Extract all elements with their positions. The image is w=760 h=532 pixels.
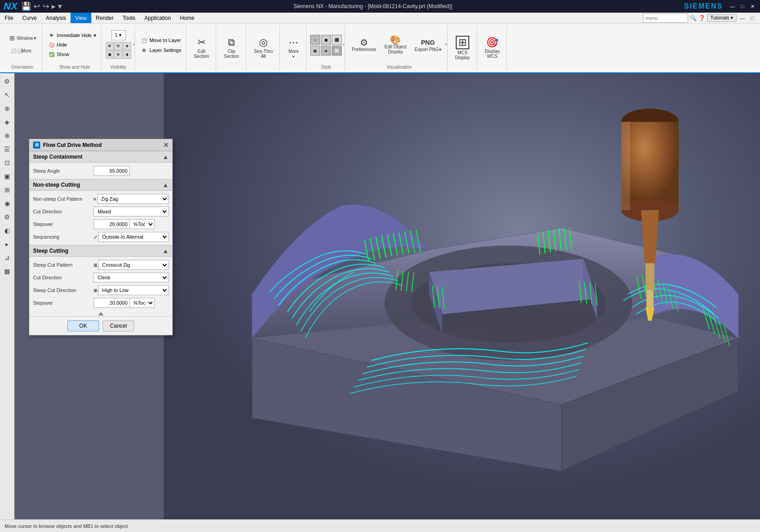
menu-view[interactable]: View <box>71 13 91 23</box>
search-input[interactable] <box>643 14 688 23</box>
dialog-close-button[interactable]: ✕ <box>163 141 169 149</box>
ribbon-group-wcs: 🎯 Display WCS <box>478 25 507 71</box>
immediate-hide-button[interactable]: 👁 Immediate Hide ▾ <box>46 31 98 40</box>
style-6[interactable]: ⬜ <box>332 46 342 56</box>
mcs-label: MCS Display <box>455 50 470 60</box>
minimize-button[interactable]: — <box>728 2 736 10</box>
non-steep-cutting-header[interactable]: Non-steep Cutting ▲ <box>29 179 172 191</box>
steep-cut-dir-select[interactable]: Climb <box>94 273 169 282</box>
seethru-button[interactable]: ◎ See-Thru All <box>251 25 276 71</box>
tutorials-button[interactable]: Tutorials ▾ <box>707 14 736 22</box>
sidebar-filter-icon[interactable]: ◈ <box>1 116 14 128</box>
ribbon-expand[interactable]: □ <box>748 14 756 22</box>
menu-curve[interactable]: Curve <box>18 13 41 23</box>
close-button[interactable]: ✕ <box>748 2 756 10</box>
style-3[interactable]: ⬛ <box>332 35 342 45</box>
sidebar-ops-icon[interactable]: ◉ <box>1 197 14 210</box>
non-steep-stepover-unit[interactable]: %Tool <box>130 219 155 229</box>
sidebar-cursor-icon[interactable]: ↖ <box>1 89 14 101</box>
vis-icon-3[interactable]: ◈ <box>123 42 131 50</box>
steep-stepover-label: Stepover <box>33 300 92 306</box>
dialog-title-bar[interactable]: ⚙ Flow Cut Drive Method ✕ <box>29 139 172 151</box>
svg-rect-55 <box>646 263 655 290</box>
menu-render[interactable]: Render <box>91 13 118 23</box>
style-5[interactable]: ◈ <box>321 46 331 56</box>
sidebar-settings2-icon[interactable]: ⚙ <box>1 211 14 223</box>
sidebar-snap-icon[interactable]: ⊗ <box>1 129 14 142</box>
menu-tools[interactable]: Tools <box>118 13 140 23</box>
steep-cut-pattern-row: Steep Cut Pattern ⊞ Crosscut Zig <box>29 259 172 271</box>
steep-containment-body: Steep Angle <box>29 163 172 179</box>
left-sidebar: ⚙ ↖ ⊕ ◈ ⊗ ☰ ⊡ ▣ ⊞ ◉ ⚙ ◐ ▸ ⊿ ▦ <box>0 73 14 519</box>
sequencing-select[interactable]: Outside-In Alternat <box>98 232 169 242</box>
style-2[interactable]: ◼ <box>321 35 331 45</box>
window-button[interactable]: ⊞ Window ▾ <box>5 32 39 44</box>
steep-cut-pattern-icon: ⊞ <box>94 263 97 268</box>
vis-icon-2[interactable]: ⊟ <box>114 42 123 50</box>
display-wcs-button[interactable]: 🎯 Display WCS <box>481 25 503 71</box>
edit-section-button[interactable]: ✂ Edit Section <box>191 25 212 71</box>
sidebar-settings-icon[interactable]: ⚙ <box>1 75 14 88</box>
scroll-up-arrow[interactable] <box>98 312 104 315</box>
steep-cut-direction-label: Steep Cut Direction <box>33 287 92 293</box>
ribbon-minimize[interactable]: — <box>738 14 746 22</box>
non-steep-stepover-row: Stepover %Tool <box>29 218 172 231</box>
sidebar-select-icon[interactable]: ⊕ <box>1 102 14 115</box>
viewport[interactable] <box>164 73 760 519</box>
hide-button[interactable]: 🚫 Hide <box>46 40 98 49</box>
ribbon-group-orientation: ⊞ Window ▾ ⬜⬜ More Orientation <box>3 25 42 71</box>
sidebar-view4-icon[interactable]: ⊞ <box>1 184 14 196</box>
flow-cut-dialog: ⚙ Flow Cut Drive Method ✕ Steep Containm… <box>29 139 173 335</box>
steep-stepover-input[interactable] <box>94 298 130 308</box>
mcs-button[interactable]: ⊞ MCS Display <box>452 25 473 71</box>
non-steep-stepover-input[interactable] <box>94 219 130 229</box>
style-4[interactable]: ▦ <box>310 46 320 56</box>
nx-logo: NX <box>4 0 18 12</box>
vis-icon-1[interactable]: ⊞ <box>106 42 114 50</box>
sidebar-view2-icon[interactable]: ⊡ <box>1 156 14 169</box>
menu-home[interactable]: Home <box>175 13 199 23</box>
sidebar-cut-icon[interactable]: ⊿ <box>1 251 14 264</box>
more-button[interactable]: ⋯ More ▾ <box>284 25 302 71</box>
ribbon-group-more: ⋯ More ▾ <box>281 25 307 71</box>
edit-object-display-button[interactable]: 🎨 Edit Object Display <box>381 34 410 56</box>
menu-application[interactable]: Application <box>140 13 175 23</box>
vis-icon-5[interactable]: ⊕ <box>114 51 123 59</box>
style-1[interactable]: ▪ <box>310 35 320 45</box>
sidebar-view1-icon[interactable]: ☰ <box>1 143 14 155</box>
menu-analysis[interactable]: Analysis <box>41 13 71 23</box>
steep-angle-input[interactable] <box>94 166 130 176</box>
visibility-dropdown[interactable]: 1 ▾ <box>111 30 126 40</box>
clip-section-button[interactable]: ⧉ Clip Section <box>221 25 242 71</box>
preferences-icon: ⚙ <box>360 39 368 46</box>
steep-containment-header[interactable]: Steep Containment ▲ <box>29 151 172 163</box>
visibility-group-label: Visibility <box>102 65 135 70</box>
preferences-button[interactable]: ⚙ Preferences <box>349 37 379 54</box>
vis-icon-6[interactable]: ◑ <box>123 51 131 59</box>
menu-file[interactable]: File <box>0 13 18 23</box>
more-orient-button[interactable]: ⬜⬜ More <box>10 45 35 56</box>
layer-settings-button[interactable]: ⚙ Layer Settings <box>139 46 183 55</box>
style-group-label: Style <box>307 65 345 70</box>
maximize-button[interactable]: □ <box>738 2 746 10</box>
move-to-layer-button[interactable]: 📋 Move to Layer <box>139 36 183 45</box>
non-steep-cut-dir-select[interactable]: Mixed <box>94 207 169 217</box>
more-label: More <box>288 49 299 54</box>
vis-icon-4[interactable]: ▣ <box>106 51 114 59</box>
sidebar-grid-icon[interactable]: ▦ <box>1 265 14 278</box>
dialog-footer: OK Cancel <box>29 316 172 335</box>
steep-cut-pattern-select[interactable]: Crosscut Zig <box>98 260 169 270</box>
sidebar-nav-icon[interactable]: ▸ <box>1 238 14 250</box>
sequencing-label: Sequencing <box>33 234 92 240</box>
non-steep-cutting-label: Non-steep Cutting <box>33 182 80 188</box>
non-steep-cut-pattern-select[interactable]: Zig Zag <box>97 194 169 204</box>
export-png-button[interactable]: PNG Export PNG▾ <box>411 37 444 54</box>
show-button[interactable]: ✅ Show <box>46 50 98 59</box>
steep-cut-direction-select[interactable]: High to Low <box>98 285 169 295</box>
sidebar-view3-icon[interactable]: ▣ <box>1 170 14 183</box>
ok-button[interactable]: OK <box>67 320 99 331</box>
steep-cutting-header[interactable]: Steep Cutting ▲ <box>29 245 172 257</box>
cancel-button[interactable]: Cancel <box>103 320 134 331</box>
steep-stepover-unit[interactable]: %Tool <box>130 298 155 308</box>
sidebar-play-icon[interactable]: ◐ <box>1 224 14 237</box>
